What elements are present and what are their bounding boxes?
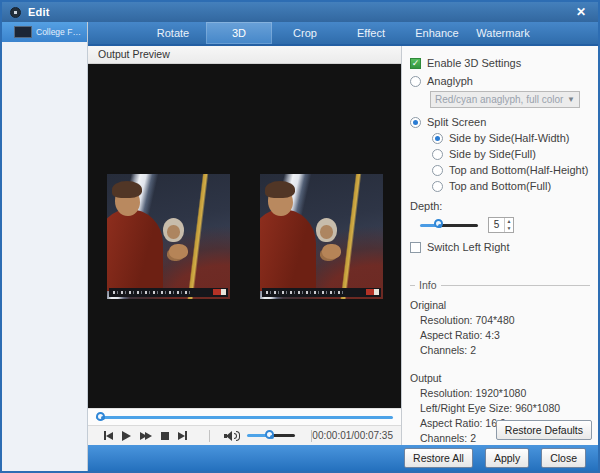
tab-rotate[interactable]: Rotate — [140, 22, 206, 44]
sbs-full-label: Side by Side(Full) — [449, 148, 536, 160]
volume-slider-handle[interactable] — [265, 430, 274, 439]
frame-ticker-bar — [109, 288, 228, 297]
video-frame-right-eye — [260, 174, 383, 299]
enable-3d-label: Enable 3D Settings — [427, 57, 521, 69]
frame-clapping-hands — [169, 244, 188, 259]
close-button[interactable]: Close — [541, 448, 586, 468]
anaglyph-row: Anaglyph — [410, 75, 590, 87]
media-item-label: College Footb... — [36, 27, 83, 37]
depth-spinner[interactable]: 5 ▲ ▼ — [488, 217, 514, 233]
preview-header: Output Preview — [88, 46, 401, 64]
media-list-sidebar: College Footb... — [2, 22, 88, 471]
next-button[interactable] — [178, 431, 187, 440]
output-resolution: Resolution: 1920*1080 — [420, 387, 590, 399]
seek-bar-row — [88, 408, 401, 425]
split-screen-label: Split Screen — [427, 116, 486, 128]
tab-enhance[interactable]: Enhance — [404, 22, 470, 44]
original-channels: Channels: 2 — [420, 344, 590, 356]
depth-slider[interactable] — [420, 224, 478, 227]
sbs-half-width-row: Side by Side(Half-Width) — [432, 132, 590, 144]
app-gear-icon — [10, 7, 21, 18]
seek-slider-handle[interactable] — [96, 412, 105, 421]
sbs-half-width-radio[interactable] — [432, 133, 443, 144]
tab-effect[interactable]: Effect — [338, 22, 404, 44]
preview-panel: Output Preview — [88, 46, 402, 445]
depth-label: Depth: — [410, 200, 590, 212]
switch-left-right-row: Switch Left Right — [410, 241, 590, 253]
fast-forward-button[interactable] — [140, 432, 152, 440]
frame-ticker-bar — [262, 288, 381, 297]
frame-person-gray-hair — [316, 218, 337, 242]
switch-left-right-label: Switch Left Right — [427, 241, 510, 253]
info-output-label: Output — [410, 372, 590, 384]
divider — [209, 430, 210, 442]
spinner-down-icon[interactable]: ▼ — [505, 225, 513, 232]
info-original-label: Original — [410, 299, 590, 311]
restore-all-button[interactable]: Restore All — [404, 448, 473, 468]
video-frame-left-eye — [107, 174, 230, 299]
restore-defaults-button[interactable]: Restore Defaults — [496, 420, 592, 440]
frame-person-red-shirt — [260, 209, 316, 291]
output-eye-size: Left/Right Eye Size: 960*1080 — [420, 402, 590, 414]
transport-controls: 00:00:01/00:07:35 — [88, 425, 401, 445]
tb-half-height-label: Top and Bottom(Half-Height) — [449, 164, 588, 176]
spinner-up-icon[interactable]: ▲ — [505, 218, 513, 225]
anaglyph-label: Anaglyph — [427, 75, 473, 87]
volume-icon[interactable] — [224, 430, 239, 442]
tb-full-row: Top and Bottom(Full) — [432, 180, 590, 192]
enable-3d-checkbox[interactable]: ✓ — [410, 58, 421, 69]
stop-button[interactable] — [161, 432, 169, 440]
edit-dialog: Edit ✕ College Footb... Rotate 3D Crop E… — [0, 0, 600, 473]
time-display: 00:00:01/00:07:35 — [312, 430, 393, 441]
media-list-item-selected[interactable]: College Footb... — [2, 22, 87, 42]
video-stage — [88, 64, 401, 408]
original-resolution: Resolution: 704*480 — [420, 314, 590, 326]
tb-full-label: Top and Bottom(Full) — [449, 180, 551, 192]
anaglyph-mode-value: Red/cyan anaglyph, full color — [435, 94, 567, 105]
split-screen-row: Split Screen — [410, 116, 590, 128]
anaglyph-radio[interactable] — [410, 76, 421, 87]
split-screen-radio[interactable] — [410, 117, 421, 128]
titlebar: Edit ✕ — [2, 2, 598, 22]
chevron-down-icon: ▼ — [567, 95, 575, 104]
tb-half-height-row: Top and Bottom(Half-Height) — [432, 164, 590, 176]
volume-slider[interactable] — [247, 434, 296, 437]
apply-button[interactable]: Apply — [485, 448, 529, 468]
sbs-half-width-label: Side by Side(Half-Width) — [449, 132, 569, 144]
sbs-full-radio[interactable] — [432, 149, 443, 160]
tab-3d[interactable]: 3D — [206, 22, 272, 44]
video-thumbnail — [14, 26, 32, 38]
seek-slider[interactable] — [96, 416, 393, 419]
window-title: Edit — [28, 6, 50, 18]
tab-crop[interactable]: Crop — [272, 22, 338, 44]
settings-panel-3d: ✓ Enable 3D Settings Anaglyph Red/cyan a… — [402, 46, 598, 445]
previous-button[interactable] — [104, 431, 113, 440]
tb-half-height-radio[interactable] — [432, 165, 443, 176]
edit-tabbar: Rotate 3D Crop Effect Enhance Watermark — [88, 22, 598, 46]
footer-bar: Restore All Apply Close — [88, 445, 598, 471]
switch-left-right-checkbox[interactable] — [410, 242, 421, 253]
enable-3d-row: ✓ Enable 3D Settings — [410, 57, 590, 69]
play-button[interactable] — [122, 431, 131, 441]
tb-full-radio[interactable] — [432, 181, 443, 192]
sbs-full-row: Side by Side(Full) — [432, 148, 590, 160]
depth-control-row: 5 ▲ ▼ — [420, 217, 590, 233]
frame-person-red-shirt — [107, 209, 163, 291]
frame-clapping-hands — [322, 244, 341, 259]
anaglyph-mode-dropdown[interactable]: Red/cyan anaglyph, full color ▼ — [430, 91, 580, 108]
tab-watermark[interactable]: Watermark — [470, 22, 536, 44]
original-aspect-ratio: Aspect Ratio: 4:3 — [420, 329, 590, 341]
depth-value: 5 — [489, 218, 504, 232]
depth-slider-handle[interactable] — [434, 219, 443, 228]
close-icon[interactable]: ✕ — [572, 5, 590, 19]
frame-person-gray-hair — [163, 218, 184, 242]
info-legend: Info — [410, 279, 590, 291]
